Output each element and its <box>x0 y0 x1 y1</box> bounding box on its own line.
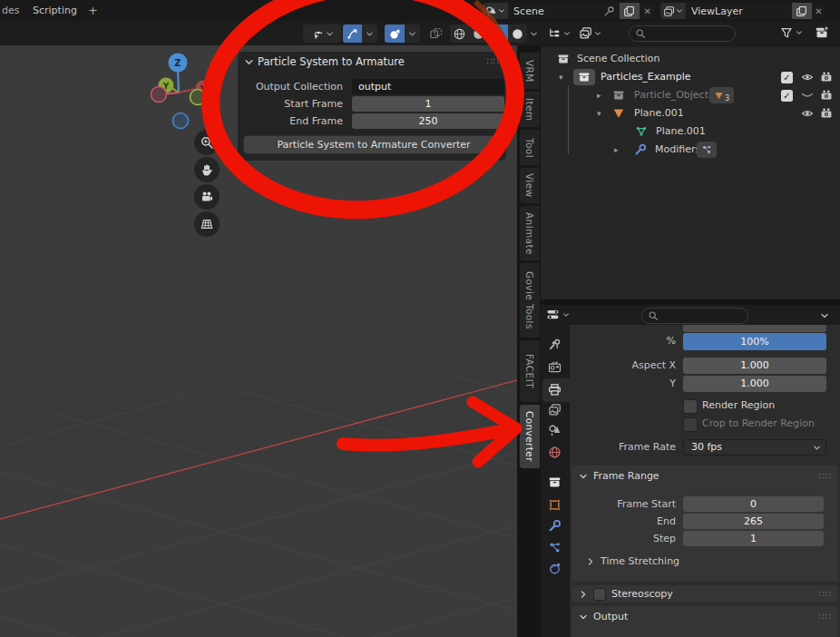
viewlayer-browse-button[interactable] <box>660 3 686 19</box>
tab-tool-icon[interactable] <box>548 338 562 351</box>
frame-rate-dropdown[interactable]: 30 fps <box>683 439 826 456</box>
gizmo-minus-z-ball[interactable] <box>173 113 189 129</box>
outliner-filter-mode-button[interactable] <box>579 26 601 40</box>
frame-start-field[interactable]: 0 <box>683 496 824 512</box>
outliner-row-plane-data[interactable]: Plane.001 <box>541 122 840 141</box>
outliner-row-modifiers[interactable]: ▸ Modifiers <box>541 141 840 159</box>
outliner-filter-button[interactable] <box>780 26 803 39</box>
eye-closed-icon[interactable] <box>801 89 814 102</box>
add-workspace-button[interactable]: + <box>88 0 98 22</box>
drag-handle-icon[interactable]: ∷∷ <box>486 57 499 66</box>
shading-material-button[interactable] <box>488 24 508 43</box>
disclosure-open-icon[interactable]: ▾ <box>597 104 601 122</box>
frame-range-title[interactable]: Frame Range <box>593 468 659 485</box>
tab-physics-icon[interactable] <box>548 562 562 575</box>
snap-toggle[interactable] <box>343 24 362 43</box>
scene-browse-button[interactable] <box>483 3 508 19</box>
tab-world-icon[interactable] <box>548 446 562 459</box>
outliner-row-scene-collection[interactable]: Scene Collection <box>541 50 840 68</box>
tab-view-layer-icon[interactable] <box>548 403 562 416</box>
aspect-x-field[interactable]: 1.000 <box>683 358 826 374</box>
crop-render-region-checkbox[interactable] <box>683 417 698 432</box>
outliner-display-mode-button[interactable] <box>548 26 571 40</box>
tab-tool[interactable]: Tool <box>519 129 540 166</box>
tab-render-icon[interactable] <box>548 360 562 374</box>
section-closed-icon[interactable] <box>579 590 588 599</box>
eye-icon[interactable] <box>801 71 814 83</box>
tab-collection-icon[interactable] <box>548 475 562 489</box>
new-collection-button[interactable] <box>815 25 829 40</box>
viewport-3d[interactable]: X Y Z <box>0 45 541 637</box>
tab-faceit[interactable]: FACEIT <box>519 339 540 403</box>
tab-modifiers-icon[interactable] <box>548 519 562 533</box>
shading-rendered-button[interactable] <box>508 24 527 43</box>
tab-animate[interactable]: Animate <box>519 205 540 261</box>
aspect-y-field[interactable]: 1.000 <box>683 376 826 392</box>
tab-object-icon[interactable] <box>548 498 562 512</box>
camera-view-button[interactable] <box>194 184 220 210</box>
drag-handle-icon[interactable]: ∷∷ <box>818 472 831 481</box>
render-region-icon[interactable] <box>426 24 446 43</box>
exclude-checkbox[interactable]: ✓ <box>781 72 793 83</box>
convert-button[interactable]: Particle System to Armature Converter <box>243 135 504 154</box>
tab-output-icon[interactable] <box>548 383 562 397</box>
tab-govie-tools[interactable]: Govie Tools <box>519 262 540 338</box>
resolution-percent-slider[interactable]: 100% <box>683 333 826 350</box>
tab-view[interactable]: View <box>519 167 540 204</box>
frame-end-field[interactable]: 265 <box>683 514 824 529</box>
drag-handle-icon[interactable]: ∷∷ <box>818 612 831 622</box>
outliner-row-particles-example[interactable]: ▾ Particles_Example ✓ <box>541 68 840 86</box>
viewlayer-remove-button[interactable]: ✕ <box>812 3 825 19</box>
scene-name-field[interactable]: Scene <box>508 3 620 19</box>
outliner-row-particle-objects[interactable]: ▸ Particle_Objects 3 ✓ <box>541 86 840 104</box>
camera-visibility-icon[interactable] <box>820 71 833 83</box>
scene-unlink-button[interactable]: ✕ <box>640 3 655 19</box>
workspace-tab-scripting[interactable]: Scripting <box>33 0 77 22</box>
camera-visibility-icon[interactable] <box>820 89 833 102</box>
tab-particles-icon[interactable] <box>548 541 562 554</box>
scene-copy-button[interactable] <box>620 3 640 19</box>
snap-dropdown[interactable] <box>362 24 377 43</box>
workspace-tab-partial[interactable]: des <box>2 0 19 22</box>
outliner-search-input[interactable] <box>629 25 736 42</box>
viewlayer-copy-button[interactable] <box>792 3 812 19</box>
render-region-checkbox[interactable] <box>683 399 698 414</box>
section-collapse-icon[interactable] <box>579 612 588 622</box>
drag-handle-icon[interactable]: ∷∷ <box>818 590 831 599</box>
proportional-edit-dropdown[interactable] <box>405 24 420 43</box>
shading-dropdown[interactable] <box>527 24 541 43</box>
zoom-button[interactable] <box>194 130 220 155</box>
start-frame-field[interactable]: 1 <box>352 96 504 112</box>
tab-item[interactable]: Item <box>519 91 540 128</box>
navigation-gizmo[interactable]: X Y Z <box>141 53 218 130</box>
panel-collapse-icon[interactable] <box>244 57 254 67</box>
outliner-row-plane-object[interactable]: ▾ Plane.001 <box>541 104 840 122</box>
frame-step-field[interactable]: 1 <box>683 531 824 546</box>
properties-editor-type-button[interactable] <box>546 308 570 322</box>
end-frame-field[interactable]: 250 <box>352 113 504 129</box>
camera-visibility-icon[interactable] <box>820 107 833 120</box>
disclosure-closed-icon[interactable]: ▸ <box>597 86 601 104</box>
pan-button[interactable] <box>194 157 220 182</box>
properties-options-dropdown[interactable] <box>820 311 829 320</box>
properties-search-input[interactable] <box>641 308 748 324</box>
proportional-edit-toggle[interactable] <box>385 24 405 43</box>
stereoscopy-title[interactable]: Stereoscopy <box>611 586 673 603</box>
gizmo-minus-y-ball[interactable] <box>190 90 206 105</box>
toggle-ortho-button[interactable] <box>194 211 220 237</box>
exclude-checkbox[interactable]: ✓ <box>781 90 793 102</box>
gizmos-dropdown[interactable] <box>303 24 341 43</box>
shading-wireframe-button[interactable] <box>450 24 469 43</box>
shading-solid-button[interactable] <box>469 24 488 43</box>
stereoscopy-checkbox[interactable] <box>593 588 606 601</box>
disclosure-closed-icon[interactable]: ▸ <box>614 141 619 159</box>
tab-vrm[interactable]: VRM <box>519 52 540 90</box>
panel-title[interactable]: Particle System to Armature <box>258 54 405 70</box>
subsection-closed-icon[interactable] <box>586 557 595 566</box>
eye-icon[interactable] <box>801 107 814 120</box>
gizmo-minus-x-ball[interactable] <box>151 87 167 103</box>
output-collection-field[interactable]: output <box>352 79 504 94</box>
disclosure-open-icon[interactable]: ▾ <box>559 68 563 86</box>
tab-converter[interactable]: Converter <box>519 404 540 469</box>
pin-icon[interactable] <box>603 5 615 17</box>
